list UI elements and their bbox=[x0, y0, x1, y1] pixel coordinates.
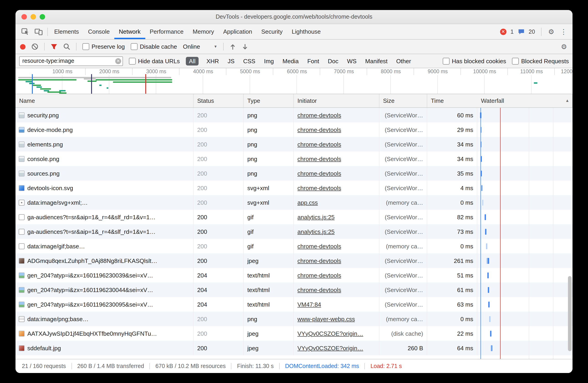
initiator-link[interactable]: chrome-devtools bbox=[297, 184, 341, 191]
minimize-window-button[interactable] bbox=[31, 14, 36, 19]
error-badge-icon[interactable]: ✕ bbox=[500, 28, 506, 35]
resource-type-filter[interactable]: XHR bbox=[205, 57, 220, 65]
overview-graph[interactable] bbox=[16, 75, 572, 94]
table-row[interactable]: devtools-icon.svg 200 svg+xml chrome-dev… bbox=[16, 181, 572, 195]
resource-type-filter[interactable]: JS bbox=[227, 57, 235, 65]
table-row[interactable]: AATXAJywSIpD1jf4EbqHXTfbe0mnyHqGFNTu… 20… bbox=[16, 326, 572, 341]
export-har-icon[interactable] bbox=[242, 43, 248, 50]
resource-type-filter[interactable]: CSS bbox=[242, 57, 256, 65]
event-marker-line bbox=[91, 74, 92, 94]
resource-type-filter[interactable]: Doc bbox=[327, 57, 339, 65]
titlebar: DevTools - developers.google.com/web/too… bbox=[16, 10, 572, 24]
panel-tab-label: Network bbox=[119, 28, 141, 35]
panel-tab-label: Elements bbox=[54, 28, 79, 35]
device-toolbar-button[interactable] bbox=[32, 24, 45, 39]
initiator-link[interactable]: chrome-devtools bbox=[297, 112, 341, 118]
vertical-scrollbar-thumb[interactable] bbox=[568, 276, 572, 351]
table-row[interactable]: data:image/gif;base… 200 gif chrome-devt… bbox=[16, 239, 572, 253]
initiator-link[interactable]: VM47:84 bbox=[297, 301, 321, 308]
column-header[interactable]: Initiator bbox=[294, 94, 379, 107]
resource-type-filter[interactable]: Img bbox=[263, 57, 275, 65]
table-row[interactable]: elements.png 200 png chrome-devtools (Se… bbox=[16, 137, 572, 152]
error-count: 1 bbox=[510, 28, 514, 35]
initiator-link[interactable]: app.css bbox=[297, 199, 318, 206]
table-row[interactable]: data:image/svg+xml;… 200 svg+xml app.css… bbox=[16, 195, 572, 210]
filter-icon[interactable] bbox=[51, 43, 57, 50]
initiator-link[interactable]: analytics.js:25 bbox=[297, 228, 335, 235]
initiator-link[interactable]: chrome-devtools bbox=[297, 155, 341, 162]
has-blocked-cookies-checkbox[interactable]: Has blocked cookies bbox=[443, 57, 506, 64]
request-name: data:image/gif;base… bbox=[27, 243, 85, 249]
size-value: (memory ca… bbox=[386, 243, 423, 249]
initiator-link[interactable]: chrome-devtools bbox=[297, 141, 341, 148]
settings-gear-icon[interactable]: ⚙ bbox=[547, 28, 555, 36]
resource-type-filter[interactable]: Manifest bbox=[364, 57, 389, 65]
clear-filter-icon[interactable]: ✕ bbox=[115, 58, 121, 64]
table-row[interactable]: gen_204?atyp=i&zx=1601196230095&sei=xV… … bbox=[16, 297, 572, 312]
panel-tab[interactable]: Elements bbox=[50, 24, 83, 39]
panel-tab[interactable]: Lighthouse bbox=[287, 24, 325, 39]
initiator-link[interactable]: chrome-devtools bbox=[297, 272, 341, 279]
initiator-link[interactable]: analytics.js:25 bbox=[297, 213, 335, 220]
table-row[interactable]: security.png 200 png chrome-devtools (Se… bbox=[16, 108, 572, 122]
blocked-requests-checkbox[interactable]: Blocked Requests bbox=[512, 57, 569, 64]
initiator-cell: chrome-devtools bbox=[294, 239, 379, 253]
table-row[interactable]: ga-audiences?t=sr&aip=1&_r=4&slf_rd=1&v=… bbox=[16, 210, 572, 224]
zoom-window-button[interactable] bbox=[40, 14, 45, 19]
column-header[interactable]: Size bbox=[379, 94, 427, 107]
preserve-log-checkbox[interactable]: Preserve log bbox=[83, 43, 125, 50]
resource-type-filter[interactable]: Other bbox=[395, 57, 412, 65]
table-row[interactable]: console.png 200 png chrome-devtools (Ser… bbox=[16, 152, 572, 166]
panel-tab[interactable]: Application bbox=[219, 24, 257, 39]
table-row[interactable]: sddefault.jpg 200 jpeg VYyQv0CSZOE?origi… bbox=[16, 341, 572, 355]
inspect-element-button[interactable] bbox=[18, 24, 32, 39]
initiator-link[interactable]: chrome-devtools bbox=[297, 243, 341, 249]
panel-tab[interactable]: Console bbox=[83, 24, 114, 39]
column-header[interactable]: Type bbox=[244, 94, 294, 107]
initiator-link[interactable]: VYyQv0CSZOE?origin… bbox=[297, 330, 363, 337]
disable-cache-checkbox[interactable]: Disable cache bbox=[131, 43, 177, 50]
resource-type-filter[interactable]: Media bbox=[282, 57, 300, 65]
panel-tab[interactable]: Security bbox=[257, 24, 287, 39]
record-button[interactable] bbox=[20, 44, 25, 49]
table-row[interactable]: sources.png 200 png chrome-devtools (Ser… bbox=[16, 166, 572, 181]
initiator-link[interactable]: chrome-devtools bbox=[297, 286, 341, 293]
filter-input[interactable] bbox=[19, 56, 123, 66]
panel-tab[interactable]: Performance bbox=[145, 24, 188, 39]
table-row[interactable]: device-mode.png 200 png chrome-devtools … bbox=[16, 122, 572, 137]
overview-bar bbox=[534, 82, 537, 84]
kebab-menu-icon[interactable]: ⋮ bbox=[559, 28, 568, 36]
column-header[interactable]: Name bbox=[16, 94, 194, 107]
network-settings-gear-icon[interactable]: ⚙ bbox=[560, 42, 568, 51]
resource-type-filter[interactable]: Font bbox=[306, 57, 320, 65]
initiator-link[interactable]: chrome-devtools bbox=[297, 126, 341, 133]
resource-type-filter[interactable]: WS bbox=[346, 57, 357, 65]
waterfall-bar bbox=[487, 272, 489, 278]
table-row[interactable]: ADGmqu8qexLZuhphT_0Aj88Ng8riLFKASQlslt… … bbox=[16, 253, 572, 268]
close-window-button[interactable] bbox=[21, 14, 27, 19]
initiator-link[interactable]: chrome-devtools bbox=[297, 170, 341, 177]
table-row[interactable]: ga-audiences?t=sr&aip=1&_r=4&slf_rd=1&v=… bbox=[16, 224, 572, 239]
table-row[interactable]: gen_204?atyp=i&zx=1601196230044&sei=xV… … bbox=[16, 283, 572, 297]
initiator-link[interactable]: VYyQv0CSZOE?origin… bbox=[297, 345, 363, 351]
panel-tab[interactable]: Network bbox=[114, 24, 145, 39]
import-har-icon[interactable] bbox=[230, 43, 236, 50]
request-icon bbox=[19, 170, 25, 176]
column-header[interactable]: Status bbox=[194, 94, 244, 107]
resource-type-filter[interactable]: All bbox=[186, 57, 199, 65]
network-overview[interactable]: 1000 ms 2000 ms 3000 ms 4000 ms 5000 ms … bbox=[16, 68, 572, 94]
checkbox-box bbox=[512, 57, 519, 64]
initiator-link[interactable]: chrome-devtools bbox=[297, 257, 341, 264]
hide-data-urls-checkbox[interactable]: Hide data URLs bbox=[129, 57, 180, 64]
clear-icon[interactable] bbox=[31, 43, 38, 50]
request-name: gen_204?atyp=i&zx=1601196230039&sei=xV… bbox=[27, 272, 153, 279]
column-header[interactable]: Waterfall bbox=[477, 94, 572, 107]
throttling-dropdown[interactable]: Online ▼ bbox=[183, 43, 217, 50]
table-row[interactable]: data:image/png;base… 200 png www-player-… bbox=[16, 312, 572, 326]
column-header[interactable]: Time bbox=[427, 94, 477, 107]
panel-tab[interactable]: Memory bbox=[188, 24, 219, 39]
initiator-link[interactable]: www-player-webp.css bbox=[297, 315, 355, 322]
issues-bubble-icon[interactable] bbox=[518, 28, 525, 35]
search-icon[interactable] bbox=[63, 43, 70, 50]
table-row[interactable]: gen_204?atyp=i&zx=1601196230039&sei=xV… … bbox=[16, 268, 572, 283]
